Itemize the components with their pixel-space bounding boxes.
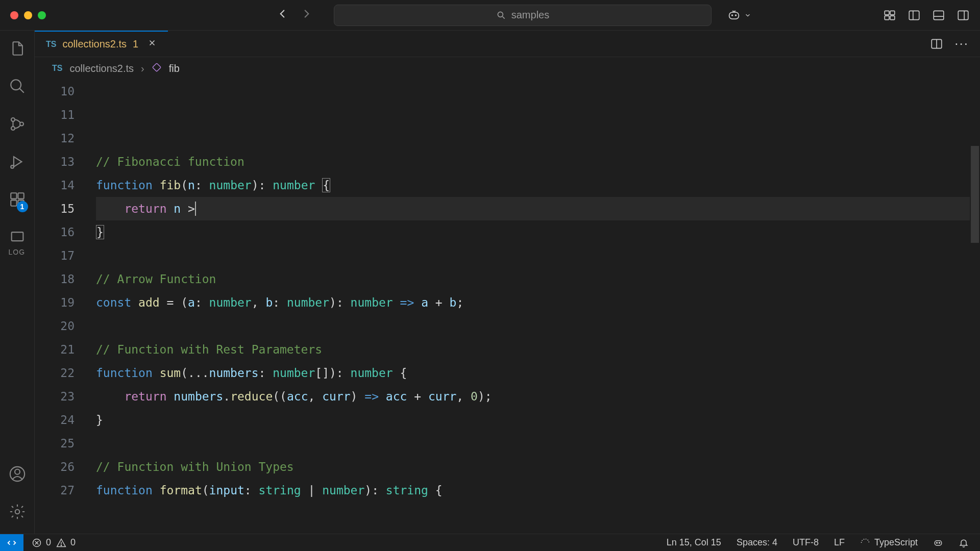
tab-filename: collections2.ts (62, 38, 127, 50)
line-number: 18 (35, 267, 75, 291)
window-minimize[interactable] (24, 11, 32, 19)
customize-layout-icon[interactable] (883, 9, 896, 22)
line-number: 25 (35, 432, 75, 455)
line-number-gutter: 101112131415161718192021222324252627 (35, 80, 96, 534)
code-line[interactable] (96, 80, 970, 103)
chevron-right-icon: › (141, 63, 144, 74)
line-number: 16 (35, 220, 75, 244)
code-line[interactable]: // Arrow Function (96, 267, 970, 291)
warning-count: 0 (70, 537, 76, 548)
line-number: 13 (35, 150, 75, 173)
svg-rect-6 (885, 16, 889, 20)
breadcrumb[interactable]: TS collections2.ts › fib (35, 57, 980, 80)
tab-collections2[interactable]: TS collections2.ts 1 (35, 31, 168, 57)
code-line[interactable]: function format(input: string | number):… (96, 479, 970, 502)
status-indentation[interactable]: Spaces: 4 (737, 537, 777, 548)
status-cursor-position[interactable]: Ln 15, Col 15 (667, 537, 721, 548)
line-number: 14 (35, 173, 75, 197)
window-close[interactable] (10, 11, 18, 19)
code-content[interactable]: // Fibonacci functionfunction fib(n: num… (96, 80, 970, 534)
activity-search[interactable] (9, 78, 26, 97)
activity-extensions[interactable]: 1 (9, 191, 26, 210)
code-line[interactable]: return n > (96, 197, 970, 220)
activity-output-log[interactable]: LOG (9, 229, 26, 256)
code-line[interactable] (96, 103, 970, 127)
status-encoding[interactable]: UTF-8 (793, 537, 819, 548)
code-line[interactable] (96, 244, 970, 267)
activity-settings[interactable] (9, 503, 26, 522)
toggle-primary-sidebar-icon[interactable] (908, 9, 921, 22)
code-editor[interactable]: 101112131415161718192021222324252627 // … (35, 80, 980, 534)
split-editor-icon[interactable] (930, 37, 943, 51)
minimap[interactable] (970, 80, 980, 534)
status-notifications[interactable] (959, 538, 969, 548)
symbol-method-icon (152, 62, 162, 75)
activity-accounts[interactable] (9, 465, 26, 485)
status-language[interactable]: TypeScript (860, 537, 918, 548)
svg-point-25 (15, 469, 20, 474)
tab-close-icon[interactable] (148, 38, 157, 50)
nav-forward-icon[interactable] (300, 7, 313, 23)
code-line[interactable]: // Function with Union Types (96, 455, 970, 479)
status-errors[interactable]: 0 (32, 537, 51, 548)
svg-rect-19 (11, 193, 16, 198)
code-line[interactable]: const add = (a: number, b: number): numb… (96, 291, 970, 314)
line-number: 22 (35, 361, 75, 385)
tab-problem-count: 1 (133, 38, 138, 50)
activity-source-control[interactable] (9, 115, 26, 135)
code-line[interactable] (96, 314, 970, 338)
code-line[interactable]: } (96, 220, 970, 244)
code-line[interactable]: } (96, 408, 970, 432)
code-line[interactable] (96, 127, 970, 150)
bell-icon (959, 538, 969, 548)
svg-rect-8 (909, 11, 919, 19)
svg-point-16 (11, 127, 14, 130)
remote-indicator[interactable] (0, 534, 23, 551)
breadcrumb-file[interactable]: collections2.ts (69, 63, 134, 74)
status-copilot[interactable] (933, 538, 943, 548)
extensions-badge: 1 (17, 201, 28, 212)
svg-rect-7 (890, 16, 895, 20)
line-number: 21 (35, 338, 75, 361)
text-cursor (195, 202, 196, 216)
breadcrumb-symbol[interactable]: fib (169, 63, 180, 74)
nav-back-icon[interactable] (276, 7, 289, 23)
toggle-panel-icon[interactable] (932, 9, 945, 22)
error-icon (32, 538, 42, 548)
toggle-secondary-sidebar-icon[interactable] (957, 9, 970, 22)
copilot-icon (933, 538, 943, 548)
line-number: 15 (35, 197, 75, 220)
svg-point-35 (939, 542, 940, 543)
code-line[interactable]: function fib(n: number): number { (96, 173, 970, 197)
line-number: 11 (35, 103, 75, 127)
typescript-file-icon: TS (52, 64, 62, 73)
more-actions-icon[interactable]: ··· (954, 36, 969, 52)
status-warnings[interactable]: 0 (56, 537, 76, 548)
code-line[interactable]: // Function with Rest Parameters (96, 338, 970, 361)
error-count: 0 (46, 537, 51, 548)
status-bar: 0 0 Ln 15, Col 15 Spaces: 4 UTF-8 LF Typ… (0, 534, 980, 551)
code-line[interactable]: return numbers.reduce((acc, curr) => acc… (96, 385, 970, 408)
window-maximize[interactable] (38, 11, 46, 19)
copilot-menu[interactable] (727, 8, 751, 22)
titlebar: samples (0, 0, 980, 31)
minimap-viewport[interactable] (971, 146, 979, 243)
command-center-search[interactable]: samples (334, 5, 712, 26)
svg-rect-22 (18, 193, 23, 198)
line-number: 26 (35, 455, 75, 479)
copilot-icon (727, 8, 741, 22)
search-placeholder: samples (511, 9, 549, 21)
line-number: 12 (35, 127, 75, 150)
line-number: 19 (35, 291, 75, 314)
activity-run-debug[interactable] (9, 153, 26, 172)
status-eol[interactable]: LF (834, 537, 845, 548)
activity-explorer[interactable] (9, 40, 26, 59)
svg-rect-12 (958, 11, 968, 19)
svg-point-26 (15, 510, 19, 514)
code-line[interactable] (96, 432, 970, 455)
line-number: 17 (35, 244, 75, 267)
code-line[interactable]: function sum(...numbers: number[]): numb… (96, 361, 970, 385)
code-line[interactable]: // Fibonacci function (96, 150, 970, 173)
svg-rect-33 (935, 540, 941, 545)
line-number: 27 (35, 479, 75, 502)
